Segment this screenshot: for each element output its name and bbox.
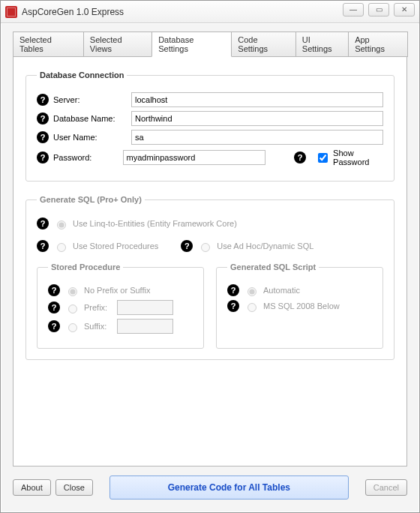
stored-procedure-group: Stored Procedure ? No Prefix or Suffix ?… bbox=[37, 262, 204, 349]
help-icon[interactable]: ? bbox=[227, 300, 239, 312]
username-label: User Name: bbox=[53, 133, 127, 142]
auto-label: Automatic bbox=[263, 286, 300, 295]
prefix-input bbox=[117, 300, 173, 315]
minimize-button[interactable]: — bbox=[343, 3, 364, 16]
app-icon bbox=[5, 6, 17, 18]
adhoc-radio bbox=[201, 243, 210, 252]
password-input[interactable] bbox=[123, 150, 266, 165]
suffix-radio bbox=[68, 323, 77, 332]
help-icon[interactable]: ? bbox=[294, 152, 306, 164]
linq-radio bbox=[57, 220, 66, 230]
tab-selected-views[interactable]: Selected Views bbox=[83, 32, 152, 57]
dbname-input[interactable] bbox=[131, 111, 383, 126]
username-input[interactable] bbox=[131, 130, 383, 145]
noprefix-radio bbox=[68, 287, 77, 296]
cancel-button: Cancel bbox=[365, 479, 407, 496]
linq-label: Use Linq-to-Entities (Entity Framework C… bbox=[73, 219, 237, 228]
window-controls: — ▭ ✕ bbox=[343, 3, 415, 16]
show-password-label: Show Password bbox=[333, 148, 383, 166]
suffix-label: Suffix: bbox=[84, 322, 112, 331]
tab-panel: Database Connection ? Server: ? Database… bbox=[13, 56, 407, 466]
mssql-label: MS SQL 2008 Below bbox=[263, 302, 340, 310]
generated-script-group: Generated SQL Script ? Automatic ? MS SQ… bbox=[216, 262, 383, 349]
database-connection-group: Database Connection ? Server: ? Database… bbox=[26, 70, 394, 182]
tab-app-settings[interactable]: App Settings bbox=[348, 32, 408, 57]
generate-button[interactable]: Generate Code for All Tables bbox=[110, 476, 349, 500]
close-button[interactable]: Close bbox=[56, 479, 93, 496]
help-icon[interactable]: ? bbox=[48, 284, 60, 296]
gen-legend: Generated SQL Script bbox=[227, 262, 319, 272]
prefix-radio bbox=[68, 304, 77, 314]
client-area: Selected Tables Selected Views Database … bbox=[1, 23, 419, 512]
prefix-label: Prefix: bbox=[84, 303, 112, 312]
help-icon[interactable]: ? bbox=[37, 152, 49, 164]
help-icon[interactable]: ? bbox=[37, 218, 49, 230]
server-label: Server: bbox=[53, 95, 127, 104]
help-icon[interactable]: ? bbox=[227, 284, 239, 296]
sql-legend: Generate SQL (Pro+ Only) bbox=[37, 195, 145, 204]
window-title: AspCoreGen 1.0 Express bbox=[22, 7, 124, 17]
dbname-label: Database Name: bbox=[53, 114, 127, 123]
tab-code-settings[interactable]: Code Settings bbox=[231, 32, 296, 57]
suffix-input bbox=[117, 319, 173, 334]
noprefix-label: No Prefix or Suffix bbox=[84, 286, 150, 295]
adhoc-label: Use Ad Hoc/Dynamic SQL bbox=[217, 242, 314, 250]
app-window: AspCoreGen 1.0 Express — ▭ ✕ Selected Ta… bbox=[0, 0, 420, 513]
sproc-radio bbox=[57, 243, 66, 252]
tab-selected-tables[interactable]: Selected Tables bbox=[13, 32, 84, 57]
footer-bar: About Close Generate Code for All Tables… bbox=[13, 474, 407, 504]
help-icon[interactable]: ? bbox=[181, 240, 193, 252]
sp-legend: Stored Procedure bbox=[48, 262, 123, 272]
about-button[interactable]: About bbox=[13, 479, 51, 496]
password-label: Password: bbox=[53, 153, 118, 162]
maximize-button[interactable]: ▭ bbox=[368, 3, 389, 16]
generate-sql-group: Generate SQL (Pro+ Only) ? Use Linq-to-E… bbox=[26, 195, 394, 360]
help-icon[interactable]: ? bbox=[37, 112, 49, 124]
tab-strip: Selected Tables Selected Views Database … bbox=[13, 32, 407, 57]
server-input[interactable] bbox=[131, 92, 383, 107]
dbconn-legend: Database Connection bbox=[37, 70, 127, 80]
tab-database-settings[interactable]: Database Settings bbox=[152, 32, 232, 57]
help-icon[interactable]: ? bbox=[48, 320, 60, 332]
help-icon[interactable]: ? bbox=[37, 131, 49, 143]
tab-ui-settings[interactable]: UI Settings bbox=[296, 32, 349, 57]
sproc-label: Use Stored Procedures bbox=[73, 242, 158, 250]
help-icon[interactable]: ? bbox=[37, 94, 49, 106]
help-icon[interactable]: ? bbox=[48, 302, 60, 314]
show-password-checkbox[interactable] bbox=[318, 153, 328, 163]
close-window-button[interactable]: ✕ bbox=[394, 3, 415, 16]
mssql-radio bbox=[248, 303, 256, 312]
auto-radio bbox=[248, 287, 256, 296]
help-icon[interactable]: ? bbox=[37, 240, 49, 252]
titlebar: AspCoreGen 1.0 Express — ▭ ✕ bbox=[1, 1, 419, 23]
